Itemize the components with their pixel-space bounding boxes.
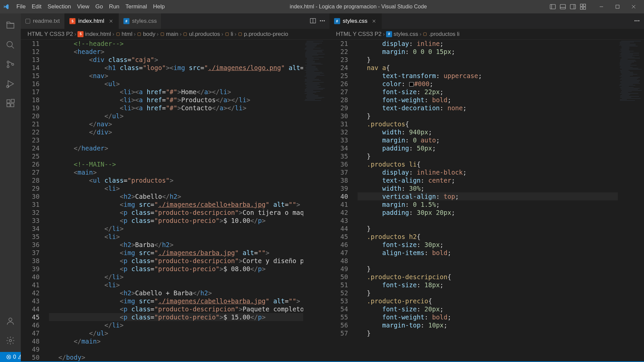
code-line[interactable]: padding: 30px 20px;: [358, 208, 644, 217]
code-line[interactable]: font-size: 20px;: [358, 305, 644, 313]
line-number[interactable]: 23: [329, 56, 348, 64]
line-number[interactable]: 18: [21, 96, 40, 104]
code-line[interactable]: font-weight: bold;: [358, 96, 644, 104]
line-number[interactable]: 39: [21, 265, 40, 273]
line-number[interactable]: 38: [21, 257, 40, 265]
code-line[interactable]: <li>: [49, 184, 329, 192]
code-line[interactable]: font-size: 30px;: [358, 241, 644, 249]
line-number[interactable]: 49: [21, 345, 40, 353]
menu-edit[interactable]: Edit: [29, 3, 44, 10]
line-number[interactable]: 22: [329, 48, 348, 56]
breadcrumb-item[interactable]: body: [137, 31, 155, 38]
line-number[interactable]: 47: [329, 249, 348, 257]
tab-index-html[interactable]: 5index.html: [65, 13, 118, 29]
code-line[interactable]: padding: 50px;: [358, 144, 644, 152]
line-number[interactable]: 24: [329, 64, 348, 72]
menu-go[interactable]: Go: [92, 3, 106, 10]
line-number[interactable]: 35: [21, 233, 40, 241]
line-number[interactable]: 48: [21, 337, 40, 345]
code-line[interactable]: </div>: [49, 128, 329, 136]
extensions-icon[interactable]: [2, 95, 18, 111]
more-actions-icon[interactable]: [319, 18, 325, 25]
line-number[interactable]: 43: [329, 217, 348, 225]
explorer-icon[interactable]: [2, 17, 18, 34]
menu-terminal[interactable]: Terminal: [122, 3, 150, 10]
line-number[interactable]: 47: [21, 329, 40, 337]
line-number[interactable]: 30: [329, 112, 348, 120]
code-line[interactable]: </main>: [49, 337, 329, 345]
code-line[interactable]: margin: 0 auto;: [358, 136, 644, 144]
line-number[interactable]: 40: [329, 192, 348, 200]
line-number[interactable]: 42: [21, 289, 40, 297]
line-number[interactable]: 37: [329, 168, 348, 176]
menu-selection[interactable]: Selection: [45, 3, 74, 10]
more-actions-icon[interactable]: [634, 18, 640, 25]
line-number[interactable]: 32: [329, 128, 348, 136]
line-number[interactable]: 14: [21, 64, 40, 72]
line-number[interactable]: 33: [329, 136, 348, 144]
code-line[interactable]: display: inline-block;: [358, 168, 644, 176]
line-number[interactable]: 56: [329, 321, 348, 329]
code-line[interactable]: </li>: [49, 273, 329, 281]
line-number[interactable]: 20: [21, 112, 40, 120]
code-line[interactable]: margin: 0 0 0 15px;: [358, 48, 644, 56]
code-line[interactable]: [49, 345, 329, 353]
tab-styles-css[interactable]: #styles.css: [329, 13, 382, 29]
code-line[interactable]: <!--MAIN-->: [49, 160, 329, 168]
code-line[interactable]: color: #000;: [358, 80, 644, 88]
source-control-icon[interactable]: [2, 56, 18, 72]
line-number[interactable]: 28: [329, 96, 348, 104]
code-line[interactable]: </body>: [49, 353, 329, 361]
code-line[interactable]: [49, 136, 329, 144]
line-number[interactable]: 39: [329, 184, 348, 192]
code-line[interactable]: <p class="producto-descripcion">Paquete …: [49, 305, 329, 313]
code-line[interactable]: }: [358, 329, 644, 337]
code-line[interactable]: .producto-precio{: [358, 297, 644, 305]
line-number[interactable]: 45: [21, 313, 40, 321]
line-number[interactable]: 11: [21, 40, 40, 48]
code-line[interactable]: <h2>Cabello + Barba</h2>: [49, 289, 329, 297]
breadcrumb-item[interactable]: 5 index.html: [77, 31, 111, 38]
line-number[interactable]: 29: [329, 104, 348, 112]
code-line[interactable]: <h1 class="logo"><img src="./imagenes/lo…: [49, 64, 329, 72]
maximize-button[interactable]: [610, 2, 625, 12]
code-line[interactable]: <div class="caja">: [49, 56, 329, 64]
code-line[interactable]: <li><a href="#">Contacto</a></li>: [49, 104, 329, 112]
code-line[interactable]: .productos li{: [358, 160, 644, 168]
line-number[interactable]: 31: [329, 120, 348, 128]
line-number[interactable]: 30: [21, 192, 40, 200]
line-number[interactable]: 57: [329, 329, 348, 337]
code-line[interactable]: }: [358, 56, 644, 64]
line-number[interactable]: 28: [21, 176, 40, 184]
split-editor-icon[interactable]: [310, 18, 316, 25]
code-line[interactable]: width: 940px;: [358, 128, 644, 136]
line-number[interactable]: 21: [21, 120, 40, 128]
code-editor-right[interactable]: 2122232425262728293031323334353637383940…: [329, 40, 644, 361]
line-number[interactable]: 45: [329, 233, 348, 241]
settings-icon[interactable]: [2, 333, 18, 349]
code-line[interactable]: <h2>Cabello</h2>: [49, 192, 329, 200]
code-line[interactable]: <li>: [49, 281, 329, 289]
line-number[interactable]: 37: [21, 249, 40, 257]
line-number[interactable]: 46: [329, 241, 348, 249]
breadcrumb-item[interactable]: .productos li: [423, 31, 460, 38]
layout-customize-icon[interactable]: [579, 3, 587, 11]
line-number[interactable]: 22: [21, 128, 40, 136]
code-line[interactable]: }: [358, 152, 644, 160]
code-line[interactable]: vertical-align: top;: [358, 192, 644, 200]
code-line[interactable]: display: inline;: [358, 40, 644, 48]
minimap-right[interactable]: [618, 40, 644, 361]
minimize-button[interactable]: [594, 2, 609, 12]
line-number[interactable]: 52: [329, 289, 348, 297]
line-number[interactable]: 33: [21, 217, 40, 225]
code-line[interactable]: text-decoration: none;: [358, 104, 644, 112]
code-line[interactable]: margin: 0 1.5%;: [358, 200, 644, 208]
code-line[interactable]: }: [358, 265, 644, 273]
code-line[interactable]: font-size: 22px;: [358, 88, 644, 96]
code-line[interactable]: .productos h2{: [358, 233, 644, 241]
code-line[interactable]: <h2>Barba</h2>: [49, 241, 329, 249]
code-line[interactable]: </header>: [49, 144, 329, 152]
code-line[interactable]: <li><a href="#">Productos</a></li>: [49, 96, 329, 104]
breadcrumb-item[interactable]: HTML Y CSS3 P2: [336, 31, 382, 38]
layout-toggle-right-icon[interactable]: [569, 3, 577, 11]
